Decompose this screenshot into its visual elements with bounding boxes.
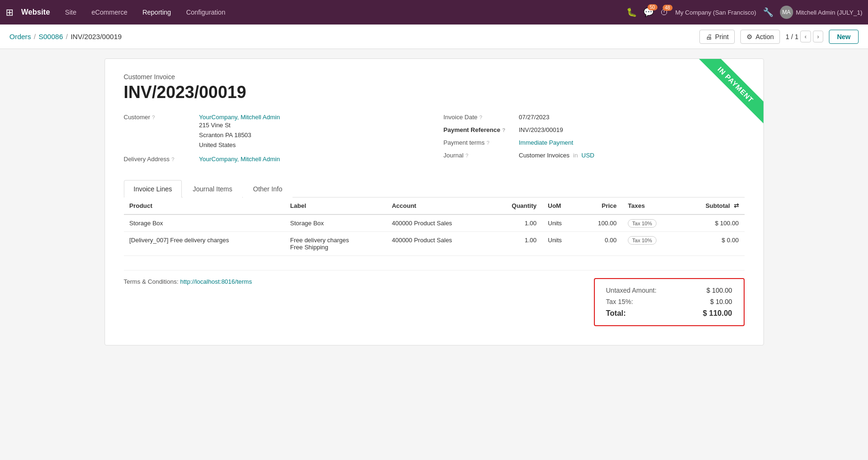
prev-page-button[interactable]: ‹ [800, 31, 811, 42]
tax-value: $ 10.00 [710, 298, 732, 305]
invoice-type: Customer Invoice [124, 73, 745, 81]
breadcrumb-invoice: INV/2023/00019 [71, 33, 122, 41]
col-adjust-icon[interactable]: ⇄ [734, 202, 739, 209]
row1-subtotal: $ 100.00 [680, 214, 744, 232]
tax-label: Tax 15%: [606, 298, 633, 305]
payment-terms-label: Payment terms ? [444, 139, 519, 146]
customer-address: 215 Vine StScranton PA 18503United State… [199, 121, 280, 150]
payment-terms-value[interactable]: Immediate Payment [519, 139, 574, 146]
user-menu[interactable]: MA Mitchell Admin (JULY_1) [780, 6, 862, 19]
row1-product[interactable]: Storage Box [124, 214, 285, 232]
action-button[interactable]: ⚙ Action [740, 30, 780, 44]
terms-section: Terms & Conditions: http://localhost:801… [124, 278, 252, 285]
table-row: Storage Box Storage Box 400000 Product S… [124, 214, 745, 232]
nav-item-configuration[interactable]: Configuration [182, 7, 229, 18]
col-account: Account [386, 197, 490, 214]
top-navigation: ⊞ Website Site eCommerce Reporting Confi… [0, 0, 868, 25]
row2-product[interactable]: [Delivery_007] Free delivery charges [124, 232, 285, 256]
meta-left: Customer ? YourCompany, Mitchell Admin 2… [124, 114, 425, 168]
tax-row: Tax 15%: $ 10.00 [606, 298, 732, 305]
bug-icon[interactable]: 🐛 [626, 7, 637, 17]
payment-reference-value: INV/2023/00019 [519, 126, 563, 133]
breadcrumb-actions: 🖨 Print ⚙ Action 1 / 1 ‹ › New [699, 30, 859, 44]
row1-uom: Units [542, 214, 579, 232]
totals-box: Untaxed Amount: $ 100.00 Tax 15%: $ 10.0… [594, 278, 745, 326]
row1-label: Storage Box [284, 214, 386, 232]
chat-icon[interactable]: 💬 50 [643, 7, 654, 17]
col-taxes: Taxes [622, 197, 680, 214]
user-avatar: MA [780, 6, 793, 19]
journal-currency[interactable]: USD [582, 152, 594, 159]
col-uom: UoM [542, 197, 579, 214]
terms-label: Terms & Conditions: [124, 278, 178, 285]
journal-value: Customer Invoices in USD [519, 152, 594, 159]
payment-terms-help-icon: ? [487, 140, 489, 146]
brand-name[interactable]: Website [21, 8, 50, 16]
user-name: Mitchell Admin (JULY_1) [796, 9, 862, 16]
delivery-label: Delivery Address ? [124, 156, 199, 163]
invoice-date-value: 07/27/2023 [519, 114, 550, 121]
company-name: My Company (San Francisco) [675, 9, 756, 16]
terms-link[interactable]: http://localhost:8016/terms [180, 278, 251, 285]
row2-price: 0.00 [579, 232, 622, 256]
invoice-lines-table: Product Label Account Quantity UoM Price… [124, 197, 745, 256]
customer-field: Customer ? YourCompany, Mitchell Admin 2… [124, 114, 425, 150]
grid-menu-icon[interactable]: ⊞ [6, 7, 14, 18]
nav-item-reporting[interactable]: Reporting [138, 7, 175, 18]
tab-other-info[interactable]: Other Info [243, 180, 292, 197]
action-label: Action [755, 33, 774, 41]
row2-uom: Units [542, 232, 579, 256]
untaxed-value: $ 100.00 [706, 287, 732, 294]
main-content: IN PAYMENT Customer Invoice INV/2023/000… [0, 49, 868, 460]
delivery-address-value[interactable]: YourCompany, Mitchell Admin [199, 156, 280, 163]
nav-item-site[interactable]: Site [61, 7, 80, 18]
clock-icon[interactable]: ⏱ 48 [660, 8, 669, 17]
col-product: Product [124, 197, 285, 214]
invoice-meta: Customer ? YourCompany, Mitchell Admin 2… [124, 114, 745, 168]
invoice-tabs: Invoice Lines Journal Items Other Info [124, 180, 745, 197]
untaxed-amount-row: Untaxed Amount: $ 100.00 [606, 287, 732, 294]
customer-name[interactable]: YourCompany, Mitchell Admin [199, 114, 280, 121]
row2-taxes: Tax 10% [622, 232, 680, 256]
next-page-button[interactable]: › [813, 31, 823, 42]
customer-help-icon: ? [152, 115, 155, 120]
print-button[interactable]: 🖨 Print [699, 30, 735, 44]
payment-reference-label: Payment Reference ? [444, 126, 519, 133]
row2-tax-badge: Tax 10% [628, 236, 656, 245]
col-price: Price [579, 197, 622, 214]
invoice-footer: Terms & Conditions: http://localhost:801… [124, 270, 745, 326]
breadcrumb-orders[interactable]: Orders [9, 33, 31, 41]
delivery-address-field: Delivery Address ? YourCompany, Mitchell… [124, 156, 425, 163]
grand-total-row: Total: $ 110.00 [606, 309, 732, 318]
new-button[interactable]: New [829, 30, 859, 44]
untaxed-label: Untaxed Amount: [606, 287, 657, 294]
invoice-date-help-icon: ? [479, 115, 482, 120]
row1-tax-badge: Tax 10% [628, 219, 656, 228]
grand-total-value: $ 110.00 [703, 309, 732, 318]
row1-taxes: Tax 10% [622, 214, 680, 232]
row2-subtotal: $ 0.00 [680, 232, 744, 256]
wrench-icon[interactable]: 🔧 [763, 7, 773, 17]
chat-badge: 50 [648, 4, 657, 10]
nav-item-ecommerce[interactable]: eCommerce [88, 7, 131, 18]
customer-label: Customer ? [124, 114, 199, 121]
row1-quantity: 1.00 [490, 214, 542, 232]
journal-label: Journal ? [444, 152, 519, 159]
row1-price: 100.00 [579, 214, 622, 232]
col-label: Label [284, 197, 386, 214]
journal-in-label: in [573, 152, 578, 159]
invoice-date-label: Invoice Date ? [444, 114, 519, 121]
print-label: Print [715, 33, 729, 41]
grand-total-label: Total: [606, 309, 626, 318]
customer-value: YourCompany, Mitchell Admin 215 Vine StS… [199, 114, 280, 150]
gear-icon: ⚙ [746, 33, 753, 41]
printer-icon: 🖨 [706, 33, 712, 41]
breadcrumb-bar: Orders / S00086 / INV/2023/00019 🖨 Print… [0, 25, 868, 49]
tab-invoice-lines[interactable]: Invoice Lines [124, 180, 182, 197]
invoice-number: INV/2023/00019 [124, 82, 745, 102]
row2-label: Free delivery chargesFree Shipping [284, 232, 386, 256]
tab-journal-items[interactable]: Journal Items [183, 180, 242, 197]
row1-account: 400000 Product Sales [386, 214, 490, 232]
status-ribbon: IN PAYMENT [679, 59, 763, 144]
breadcrumb-order-id[interactable]: S00086 [39, 33, 63, 41]
